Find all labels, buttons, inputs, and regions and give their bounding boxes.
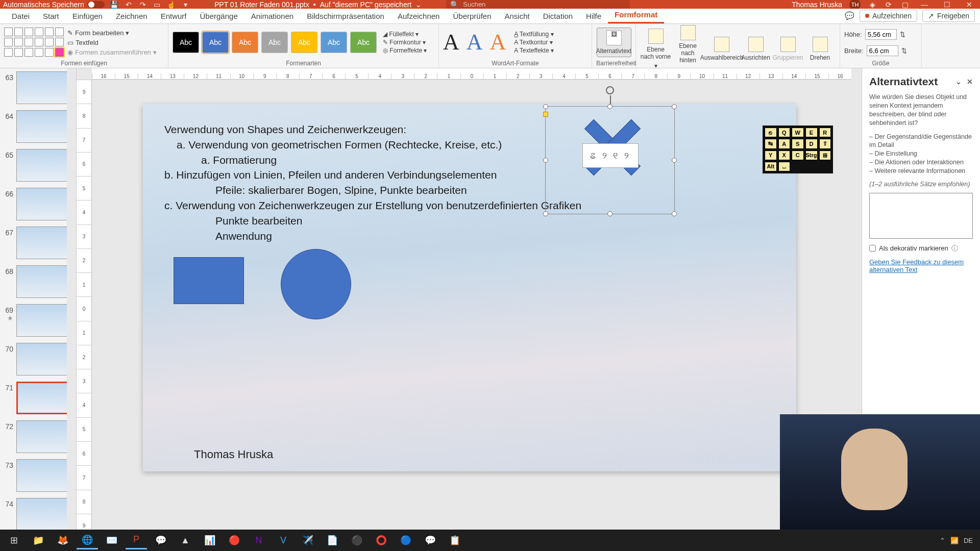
tab-datei[interactable]: Datei [5, 9, 36, 23]
slide-thumbnail[interactable]: 63 [2, 71, 74, 104]
tab-zeichnen[interactable]: Zeichnen [109, 9, 154, 23]
resize-handle[interactable] [543, 104, 548, 109]
shape-style-swatch[interactable]: Abc [202, 32, 229, 53]
slide-thumbnail[interactable]: 64 [2, 110, 74, 143]
slide-thumbnail[interactable]: 73 [2, 459, 74, 492]
sync-icon[interactable]: ⟳ [884, 0, 893, 9]
slide-thumbnail[interactable]: 65 [2, 149, 74, 182]
powerpoint-icon[interactable]: P [126, 531, 147, 549]
comments-icon[interactable]: 💬 [845, 11, 854, 20]
resize-handle[interactable] [607, 211, 612, 216]
qat-more-icon[interactable]: ▾ [181, 0, 190, 9]
align-button[interactable]: Ausrichten [740, 37, 771, 61]
app-icon[interactable]: 📄 [322, 531, 343, 549]
stepper-icon[interactable]: ⇅ [901, 47, 907, 55]
app-icon[interactable]: 🔴 [224, 531, 245, 549]
resize-handle[interactable] [672, 158, 677, 163]
tab-entwurf[interactable]: Entwurf [154, 9, 193, 23]
textbox-button[interactable]: ▭ Textfeld [67, 39, 157, 46]
slide-thumbnail[interactable]: 69★ [2, 304, 74, 337]
tab-ansicht[interactable]: Ansicht [498, 9, 536, 23]
thumbnail-scrollbar[interactable] [67, 68, 76, 538]
search-input[interactable] [463, 1, 626, 8]
adjust-handle[interactable] [543, 112, 548, 117]
pane-close-icon[interactable]: ✕ [967, 78, 973, 86]
group-button[interactable]: Gruppieren [772, 37, 803, 61]
feedback-link[interactable]: Geben Sie Feedback zu diesem alternative… [869, 258, 973, 273]
chrome-icon[interactable]: 🌐 [77, 531, 98, 549]
share-button[interactable]: ↗Freigeben [922, 10, 975, 22]
tray-chevron-icon[interactable]: ⌃ [940, 537, 945, 544]
vscode-icon[interactable]: V [273, 531, 294, 549]
minimize-button[interactable]: — [917, 1, 932, 9]
explorer-icon[interactable]: 📁 [28, 531, 49, 549]
shape-style-swatch[interactable]: Abc [173, 32, 199, 53]
start-button[interactable]: ⊞ [3, 531, 24, 549]
slide-thumbnail[interactable]: 68 [2, 265, 74, 298]
redo-icon[interactable]: ↷ [138, 0, 148, 9]
resize-handle[interactable] [543, 158, 548, 163]
tab-uebergaenge[interactable]: Übergänge [193, 9, 244, 23]
shape-style-swatch[interactable]: Abc [261, 32, 288, 53]
tab-animationen[interactable]: Animationen [244, 9, 300, 23]
resize-handle[interactable] [672, 211, 677, 216]
shape-styles-gallery[interactable]: AbcAbcAbcAbcAbcAbcAbc [173, 32, 377, 53]
selection-box[interactable]: ଌ ୨ ୧ ୨ [545, 106, 675, 214]
onenote-icon[interactable]: N [248, 531, 270, 549]
alttext-button[interactable]: 🖼 Alternativtext [597, 28, 631, 57]
tray-lang[interactable]: DE [964, 537, 973, 544]
outlook-icon[interactable]: ✉️ [101, 531, 122, 549]
text-fill-button[interactable]: A Textfüllung ▾ [514, 31, 554, 38]
pane-dropdown-icon[interactable]: ⌄ [955, 78, 962, 86]
decorative-checkbox[interactable]: Als dekorativ markieren ⓘ [869, 244, 973, 253]
telegram-icon[interactable]: ✈️ [297, 531, 318, 549]
tab-ueberpruefen[interactable]: Überprüfen [446, 9, 498, 23]
undo-icon[interactable]: ↶ [124, 0, 133, 9]
wordart-swatch[interactable]: A [490, 31, 506, 54]
selection-pane-button[interactable]: Auswahlbereich [704, 37, 739, 61]
rotation-handle[interactable] [606, 86, 614, 94]
slide-text-block[interactable]: Verwendung von Shapes und Zeichenwerkzeu… [164, 122, 581, 244]
save-icon[interactable]: 💾 [110, 0, 119, 9]
search-box[interactable]: 🔍 [446, 0, 630, 10]
shape-style-swatch[interactable]: Abc [291, 32, 317, 53]
slide-thumbnail[interactable]: 67 [2, 227, 74, 259]
width-input[interactable] [867, 45, 898, 56]
app-icon[interactable]: 📋 [444, 531, 465, 549]
scribble-image[interactable]: ଌ ୨ ୧ ୨ [582, 143, 639, 168]
slide[interactable]: Verwendung von Shapes und Zeichenwerkzeu… [143, 104, 796, 471]
wordart-swatch[interactable]: A [443, 31, 459, 54]
close-button[interactable]: ✕ [962, 1, 977, 9]
tab-einfuegen[interactable]: Einfügen [66, 9, 109, 23]
keyboard-thumbnail[interactable]: ⎋QWER↹ASD⇧YXCStrg⊞Alt⎵ [763, 126, 833, 173]
tab-dictation[interactable]: Dictation [536, 9, 579, 23]
app-icon[interactable]: 📊 [199, 531, 220, 549]
text-effects-button[interactable]: A Texteffekte ▾ [514, 47, 554, 54]
shape-style-swatch[interactable]: Abc [321, 32, 347, 53]
maximize-button[interactable]: ☐ [939, 1, 954, 9]
rectangle-shape[interactable] [174, 257, 244, 304]
send-backward-button[interactable]: Ebene nach hinten ▾ [672, 25, 703, 73]
shape-outline-button[interactable]: ✎ Formkontur ▾ [383, 39, 427, 46]
tab-formformat[interactable]: Formformat [608, 7, 664, 23]
resize-handle[interactable] [543, 211, 548, 216]
info-icon[interactable]: ⓘ [951, 244, 958, 253]
wordart-swatch[interactable]: A [467, 31, 483, 54]
wordart-gallery[interactable]: AAA [443, 31, 506, 54]
shape-effects-button[interactable]: ◎ Formeffekte ▾ [383, 47, 427, 54]
app-icon[interactable]: ⭕ [371, 531, 392, 549]
window-icon[interactable]: ▢ [900, 0, 910, 9]
tab-hilfe[interactable]: Hilfe [579, 9, 608, 23]
obs-icon[interactable]: ⚫ [346, 531, 368, 549]
rotate-button[interactable]: Drehen [804, 37, 836, 61]
app-icon[interactable]: 🔵 [395, 531, 416, 549]
firefox-icon[interactable]: 🦊 [52, 531, 74, 549]
slide-thumbnail[interactable]: 66 [2, 188, 74, 220]
merge-shapes-button[interactable]: ◉ Formen zusammenführen ▾ [67, 48, 157, 56]
bring-forward-button[interactable]: Ebene nach vorne ▾ [640, 29, 671, 69]
edit-shape-button[interactable]: ✎ Form bearbeiten ▾ [67, 29, 157, 37]
text-outline-button[interactable]: A Textkontur ▾ [514, 39, 554, 46]
slide-canvas[interactable]: 1615141312111098765432101234567891011121… [77, 68, 862, 538]
slide-thumbnail[interactable]: 70 [2, 343, 74, 375]
stepper-icon[interactable]: ⇅ [900, 31, 905, 38]
